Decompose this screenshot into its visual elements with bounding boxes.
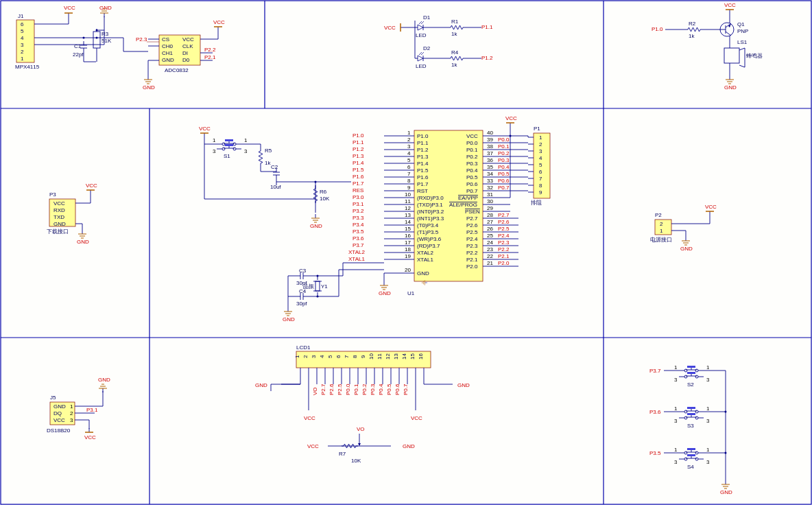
- svg-text:P2.7: P2.7: [320, 384, 326, 395]
- svg-text:29: 29: [487, 205, 493, 211]
- svg-text:1: 1: [407, 130, 411, 136]
- svg-text:(T0)P3.4: (T0)P3.4: [417, 222, 439, 228]
- svg-text:(RXD)P3.0: (RXD)P3.0: [417, 195, 444, 201]
- lcd-nets: VO P2.7 P2.6 P2.5 P0.0 P0.1 P0.2 P0.3 P0…: [300, 368, 424, 395]
- svg-text:P3.7: P3.7: [649, 368, 661, 374]
- svg-text:6: 6: [21, 21, 24, 27]
- svg-text:P1.4: P1.4: [417, 161, 429, 167]
- block-p3-download: P3 VCC RXD TXD GND 下载接口 VCC GND: [47, 183, 97, 245]
- svg-text:1k: 1k: [451, 31, 457, 37]
- svg-text:4: 4: [319, 355, 325, 358]
- svg-text:6: 6: [407, 164, 411, 170]
- svg-text:VCC: VCC: [466, 133, 478, 139]
- svg-text:18: 18: [405, 246, 411, 252]
- svg-text:P0.6: P0.6: [394, 384, 401, 395]
- svg-text:GND: GND: [283, 316, 295, 322]
- svg-text:P2.0: P2.0: [498, 260, 510, 266]
- svg-text:P1.4: P1.4: [353, 160, 364, 166]
- svg-rect-57: [93, 32, 100, 48]
- block-p2-power: P2 2 1 电源接口 VCC GND: [650, 204, 717, 252]
- block-buttons: P3.7 1 1 3 3 S2 P3.6 1 1 3 3 S3 P3.5 1 1…: [649, 364, 732, 495]
- svg-text:P3.6: P3.6: [353, 235, 364, 242]
- svg-text:P3.5: P3.5: [649, 450, 661, 456]
- svg-text:P3.5: P3.5: [353, 228, 364, 235]
- svg-text:CH0: CH0: [162, 43, 174, 49]
- block-ds18b20: J5 GND DQ VCC 1 2 3 DS18B20 GND P3.1 VCC: [47, 377, 110, 441]
- svg-text:CH1: CH1: [162, 50, 174, 56]
- svg-text:VCC: VCC: [724, 2, 736, 8]
- svg-text:P3.3: P3.3: [353, 215, 364, 221]
- svg-text:9: 9: [407, 185, 411, 191]
- svg-text:PNP: PNP: [737, 28, 748, 34]
- svg-text:35: 35: [487, 164, 493, 170]
- svg-text:2: 2: [70, 410, 73, 416]
- svg-text:XTAL2: XTAL2: [417, 250, 433, 256]
- svg-text:10: 10: [405, 191, 411, 198]
- svg-text:28: 28: [487, 212, 493, 218]
- svg-text:1: 1: [706, 364, 710, 371]
- svg-text:S4: S4: [687, 464, 694, 470]
- svg-text:晶振: 晶振: [303, 283, 314, 290]
- svg-text:P2.5: P2.5: [498, 226, 510, 232]
- svg-text:2: 2: [302, 355, 309, 358]
- svg-text:R2: R2: [689, 21, 696, 27]
- svg-point-198: [317, 275, 319, 277]
- svg-text:XTAL2: XTAL2: [348, 249, 365, 255]
- svg-text:P2.6: P2.6: [329, 384, 335, 395]
- svg-text:1k: 1k: [689, 33, 695, 39]
- svg-text:XTAL1: XTAL1: [417, 257, 433, 263]
- svg-text:VCC: VCC: [213, 19, 225, 25]
- svg-text:1: 1: [539, 134, 542, 141]
- svg-text:CS: CS: [162, 36, 169, 43]
- svg-text:1: 1: [706, 447, 710, 453]
- svg-text:3: 3: [21, 42, 24, 48]
- svg-text:P2.6: P2.6: [466, 222, 478, 228]
- svg-text:P1.0: P1.0: [417, 133, 429, 139]
- svg-text:VCC: VCC: [199, 126, 211, 132]
- svg-text:12: 12: [405, 205, 411, 211]
- svg-text:P2.0: P2.0: [466, 263, 478, 270]
- svg-text:8: 8: [539, 183, 542, 189]
- svg-text:51K: 51K: [102, 38, 112, 44]
- svg-text:P2.4: P2.4: [466, 236, 478, 242]
- svg-text:P1.3: P1.3: [353, 153, 364, 159]
- svg-text:P2.1: P2.1: [498, 253, 510, 259]
- j1-part: MPX4115: [15, 64, 40, 70]
- svg-text:GND: GND: [53, 221, 66, 227]
- svg-text:31: 31: [487, 191, 493, 198]
- svg-text:4: 4: [539, 155, 542, 161]
- svg-text:P2.1: P2.1: [466, 257, 478, 263]
- svg-point-485: [725, 411, 727, 413]
- svg-text:6: 6: [335, 355, 342, 358]
- svg-text:VCC: VCC: [53, 200, 65, 207]
- svg-text:2: 2: [21, 49, 24, 55]
- svg-point-494: [725, 452, 727, 454]
- svg-text:VCC: VCC: [304, 415, 315, 421]
- svg-text:32: 32: [487, 185, 493, 191]
- svg-text:17: 17: [405, 239, 411, 246]
- svg-text:P2.7: P2.7: [498, 212, 510, 218]
- svg-text:VO: VO: [312, 387, 318, 395]
- svg-text:(RD)P3.7: (RD)P3.7: [417, 243, 440, 249]
- svg-text:2: 2: [407, 137, 411, 143]
- svg-text:P3.4: P3.4: [353, 222, 364, 228]
- svg-text:P0.3: P0.3: [370, 384, 376, 395]
- svg-text:2: 2: [539, 141, 542, 148]
- svg-text:P0.2: P0.2: [498, 150, 510, 156]
- svg-text:2: 2: [660, 221, 663, 227]
- svg-text:DS18B20: DS18B20: [47, 427, 71, 434]
- svg-text:20: 20: [405, 267, 411, 273]
- svg-text:P3.0: P3.0: [353, 194, 364, 200]
- svg-text:P1.1: P1.1: [353, 139, 364, 145]
- svg-text:R5: R5: [265, 148, 272, 154]
- svg-text:7: 7: [539, 176, 542, 182]
- svg-text:1: 1: [674, 364, 678, 371]
- svg-text:电源接口: 电源接口: [650, 237, 672, 243]
- svg-text:GND: GND: [143, 84, 155, 91]
- svg-point-175: [315, 181, 317, 183]
- svg-text:P1.2: P1.2: [481, 55, 493, 61]
- svg-text:R7: R7: [339, 451, 346, 457]
- svg-text:22: 22: [487, 253, 493, 259]
- svg-text:23: 23: [487, 246, 493, 252]
- svg-text:P3.1: P3.1: [86, 407, 98, 413]
